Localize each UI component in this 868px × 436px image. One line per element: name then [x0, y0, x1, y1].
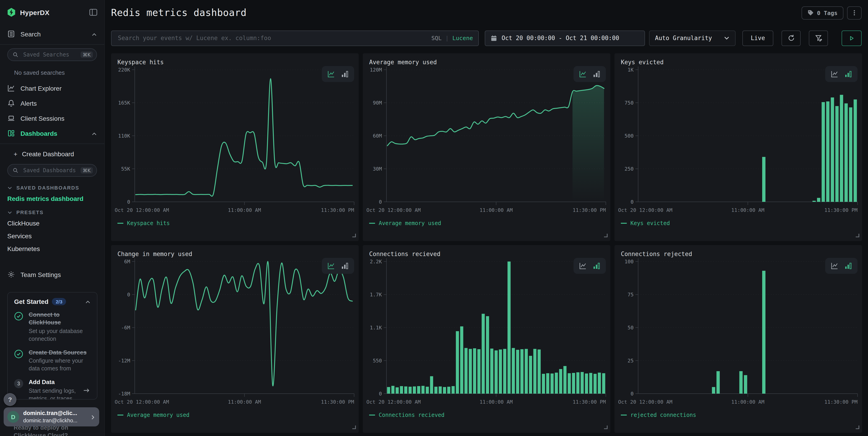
resize-handle-icon[interactable] [855, 231, 859, 239]
bar-chart-icon[interactable] [341, 70, 349, 78]
line-chart-icon[interactable] [327, 262, 335, 270]
filter-button[interactable] [809, 30, 828, 46]
chevron-up-icon [92, 31, 97, 37]
dashboard-grid: Keyspace hits 220K165K110K55K0 Oct 20 12… [105, 47, 868, 433]
resize-handle-icon[interactable] [855, 423, 859, 431]
svg-text:-18M: -18M [118, 391, 130, 397]
resize-handle-icon[interactable] [603, 423, 608, 431]
x-label: 11:00:00 AM [228, 207, 261, 213]
chevron-right-icon [90, 414, 96, 419]
svg-text:6M: 6M [124, 259, 130, 264]
run-query-button[interactable] [842, 30, 862, 46]
section-presets[interactable]: PRESETS [0, 205, 104, 217]
chart-legend[interactable]: Average memory used [111, 412, 359, 418]
calendar-icon [491, 35, 497, 41]
svg-text:55K: 55K [121, 166, 130, 172]
x-label: Oct 20 12:00:00 AM [618, 399, 672, 405]
saved-dashboard-redis[interactable]: Redis metrics dashboard [0, 192, 104, 205]
svg-text:1.1K: 1.1K [370, 325, 382, 330]
svg-text:75: 75 [628, 292, 634, 297]
sidebar-item-label: Client Sessions [21, 115, 97, 122]
sidebar-item-chart-explorer[interactable]: Chart Explorer [0, 81, 104, 96]
user-menu[interactable]: D dominic.tran@clic... dominic.tran@clic… [4, 407, 99, 427]
sidebar-item-search[interactable]: Search [0, 26, 104, 41]
line-chart-icon[interactable] [579, 262, 587, 270]
divider [0, 44, 104, 45]
chart-legend[interactable]: Average memory used [363, 220, 610, 226]
resize-handle-icon[interactable] [352, 423, 356, 431]
get-started-step-sources[interactable]: Create Data Sources Configure where your… [14, 349, 91, 373]
saved-dashboards-field[interactable] [22, 167, 80, 174]
get-started-header[interactable]: Get Started 2/3 [14, 298, 91, 305]
collapse-sidebar-icon[interactable] [89, 8, 98, 17]
get-started-step-add-data[interactable]: 3 Add Data Start sending logs, metrics, … [14, 379, 91, 400]
preset-kubernetes[interactable]: Kubernetes [0, 242, 104, 255]
step-description: Set up your database connection [29, 327, 91, 343]
bar-chart-icon[interactable] [844, 262, 852, 270]
query-language-toggle[interactable]: SQL | Lucene [431, 35, 473, 41]
chart-legend[interactable]: Keyspace hits [111, 220, 359, 226]
svg-text:0: 0 [127, 292, 130, 297]
svg-text:50: 50 [628, 325, 634, 330]
tags-button[interactable]: 0 Tags [802, 6, 843, 19]
granularity-value: Auto Granularity [655, 35, 712, 41]
help-button[interactable]: ? [4, 393, 17, 406]
x-axis-labels: Oct 20 12:00:00 AM 11:00:00 AM 11:30:00 … [111, 399, 359, 406]
saved-searches-field[interactable] [22, 51, 80, 58]
create-dashboard-button[interactable]: + Create Dashboard [0, 147, 104, 161]
section-saved-dashboards[interactable]: SAVED DASHBOARDS [0, 180, 104, 192]
saved-dashboards-input[interactable]: ⌘K [7, 164, 97, 177]
svg-text:0: 0 [631, 391, 633, 397]
x-label: 11:00:00 AM [479, 399, 513, 405]
lucene-option[interactable]: Lucene [453, 35, 473, 41]
plus-icon: + [14, 150, 17, 157]
bar-chart-icon[interactable] [844, 70, 852, 78]
preset-clickhouse[interactable]: ClickHouse [0, 217, 104, 230]
language-divider: | [445, 35, 449, 41]
live-button[interactable]: Live [742, 30, 773, 46]
sidebar-item-alerts[interactable]: Alerts [0, 96, 104, 111]
sidebar-item-dashboards[interactable]: Dashboards [0, 126, 104, 141]
chart-legend[interactable]: rejected connections [615, 412, 862, 418]
title-bar: Redis metrics dashboard 0 Tags [105, 0, 868, 26]
x-label: Oct 20 12:00:00 AM [618, 207, 672, 213]
event-search-input[interactable] [117, 34, 431, 42]
legend-swatch [118, 414, 123, 415]
event-search-box[interactable]: SQL | Lucene [111, 30, 479, 46]
sql-option[interactable]: SQL [431, 35, 441, 41]
more-options-button[interactable] [847, 6, 862, 19]
section-label: SAVED DASHBOARDS [17, 185, 79, 191]
sidebar-item-label: Alerts [21, 99, 97, 107]
chart-legend[interactable]: Connections recieved [363, 412, 610, 418]
sidebar-item-team-settings[interactable]: Team Settings [0, 267, 104, 282]
bar-chart-icon[interactable] [593, 262, 600, 270]
line-chart-icon[interactable] [579, 70, 587, 78]
step-title: Connect to ClickHouse [29, 311, 91, 327]
date-range-picker[interactable]: Oct 20 00:00:00 - Oct 21 00:00:00 [485, 30, 645, 46]
panel-average-memory-used: Average memory used 120M90M60M30M0 Oct 2… [363, 53, 610, 241]
get-started-card: Get Started 2/3 Connect to ClickHouse Se… [7, 292, 97, 400]
line-chart-icon[interactable] [831, 70, 838, 78]
sidebar-item-client-sessions[interactable]: Client Sessions [0, 111, 104, 126]
get-started-step-connect[interactable]: Connect to ClickHouse Set up your databa… [14, 311, 91, 343]
section-label: PRESETS [17, 210, 44, 215]
help-label: ? [8, 396, 12, 403]
hyperdx-app: HyperDX Search ⌘K No saved searches [0, 0, 868, 436]
bar-chart-icon[interactable] [593, 70, 600, 78]
svg-text:250: 250 [624, 166, 633, 172]
line-chart-icon[interactable] [327, 70, 335, 78]
resize-handle-icon[interactable] [352, 231, 356, 239]
saved-searches-input[interactable]: ⌘K [7, 48, 97, 61]
x-axis-labels: Oct 20 12:00:00 AM 11:00:00 AM 11:30:00 … [615, 399, 862, 406]
svg-text:1K: 1K [628, 67, 634, 73]
chart-legend[interactable]: Keys evicted [615, 220, 862, 226]
preset-services[interactable]: Services [0, 230, 104, 242]
legend-label: Connections recieved [379, 412, 444, 418]
granularity-select[interactable]: Auto Granularity [649, 30, 736, 46]
resize-handle-icon[interactable] [603, 231, 608, 239]
toolbar: SQL | Lucene Oct 20 00:00:00 - Oct 21 00… [105, 26, 868, 47]
bar-chart-icon[interactable] [341, 262, 349, 270]
svg-text:500: 500 [624, 133, 633, 139]
line-chart-icon[interactable] [831, 262, 838, 270]
refresh-button[interactable] [781, 30, 801, 46]
